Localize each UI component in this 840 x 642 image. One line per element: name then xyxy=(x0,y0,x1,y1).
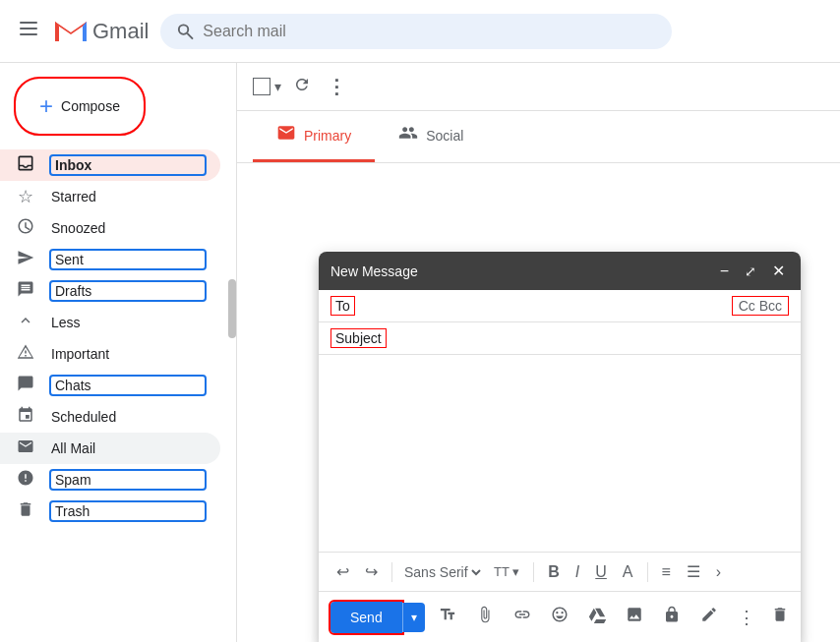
underline-button[interactable]: U xyxy=(589,559,613,585)
chats-icon xyxy=(16,375,35,396)
compose-actions-right: ⋮ xyxy=(732,600,795,634)
sidebar-item-drafts[interactable]: Drafts xyxy=(0,275,220,307)
compose-to-input[interactable] xyxy=(361,298,732,314)
compose-minimize-button[interactable]: − xyxy=(716,261,733,282)
send-button-group: Send ▾ xyxy=(330,602,425,633)
sidebar-item-chats-label: Chats xyxy=(51,377,205,394)
sidebar-item-chats[interactable]: Chats xyxy=(0,370,220,401)
text-color-button[interactable]: A xyxy=(617,559,639,585)
italic-button[interactable]: I xyxy=(570,559,585,585)
sidebar-item-sent-label: Sent xyxy=(51,251,205,268)
format-options-button[interactable] xyxy=(433,600,462,634)
sent-icon xyxy=(16,249,35,270)
formatting-divider-3 xyxy=(647,562,648,582)
sidebar-item-all-mail[interactable]: All Mail xyxy=(0,433,220,464)
svg-line-5 xyxy=(188,32,194,38)
insert-emoji-button[interactable] xyxy=(545,600,574,634)
svg-rect-0 xyxy=(20,22,37,24)
insert-photo-button[interactable] xyxy=(620,600,649,634)
select-checkbox[interactable] xyxy=(253,78,270,95)
sidebar-item-sent[interactable]: Sent xyxy=(0,244,220,275)
font-family-select[interactable]: Sans Serif xyxy=(400,563,484,581)
topbar: Gmail xyxy=(0,0,840,63)
tab-social-label: Social xyxy=(426,128,463,144)
compose-actions-row: Send ▾ ⋮ xyxy=(319,591,801,642)
send-button[interactable]: Send xyxy=(330,602,402,633)
compose-body[interactable] xyxy=(319,355,801,552)
compose-plus-icon: + xyxy=(39,94,53,118)
insert-drive-file-button[interactable] xyxy=(582,600,612,634)
sidebar-item-important[interactable]: Important xyxy=(0,338,220,370)
sidebar-item-spam[interactable]: Spam xyxy=(0,464,220,496)
svg-rect-2 xyxy=(20,33,37,35)
font-size-button[interactable]: TT ▾ xyxy=(488,560,525,583)
sidebar-item-starred-label: Starred xyxy=(51,189,205,204)
select-all-area[interactable]: ▾ xyxy=(253,78,281,95)
sidebar-item-inbox-label: Inbox xyxy=(51,156,205,174)
refresh-button[interactable] xyxy=(289,72,315,102)
tab-primary[interactable]: Primary xyxy=(253,111,375,162)
more-formatting-button[interactable]: › xyxy=(710,559,727,585)
sidebar-item-drafts-label: Drafts xyxy=(51,282,205,300)
primary-tab-icon xyxy=(276,123,296,147)
compose-button[interactable]: + Compose xyxy=(16,79,144,134)
sidebar-scrollbar[interactable] xyxy=(228,63,236,642)
svg-point-4 xyxy=(179,25,188,33)
sidebar-item-important-label: Important xyxy=(51,346,205,362)
compose-cc-bcc-label[interactable]: Cc Bcc xyxy=(732,296,789,316)
tab-primary-label: Primary xyxy=(304,128,351,144)
compose-formatting-toolbar: ↩ ↪ Sans Serif TT ▾ B I U A ≡ ☰ › xyxy=(319,552,801,591)
search-input[interactable] xyxy=(203,23,656,40)
list-button[interactable]: ☰ xyxy=(681,558,706,585)
sidebar-item-all-mail-label: All Mail xyxy=(51,440,205,456)
sidebar-item-starred[interactable]: ☆ Starred xyxy=(0,181,220,212)
compose-header-actions: − ⤢ ✕ xyxy=(716,260,789,282)
compose-subject-input[interactable] xyxy=(394,330,789,346)
compose-maximize-button[interactable]: ⤢ xyxy=(741,262,760,281)
compose-window: New Message − ⤢ ✕ To Cc Bcc Subject ↩ ↪ … xyxy=(319,252,801,642)
insert-signature-button[interactable] xyxy=(694,600,724,634)
undo-button[interactable]: ↩ xyxy=(330,558,355,585)
sidebar-item-spam-label: Spam xyxy=(51,471,205,489)
sidebar-item-less[interactable]: Less xyxy=(0,307,220,338)
formatting-divider-1 xyxy=(391,562,392,582)
sidebar-item-trash[interactable]: Trash xyxy=(0,496,220,527)
align-button[interactable]: ≡ xyxy=(656,559,677,585)
tabs-row: Primary Social xyxy=(237,111,840,163)
attach-file-button[interactable] xyxy=(470,600,500,634)
gmail-logo: Gmail xyxy=(53,18,149,45)
content-toolbar: ▾ ⋮ xyxy=(237,63,840,111)
redo-button[interactable]: ↪ xyxy=(359,558,384,585)
insert-link-button[interactable] xyxy=(508,600,537,634)
social-tab-icon xyxy=(398,123,418,147)
select-dropdown-button[interactable]: ▾ xyxy=(274,79,281,94)
svg-rect-1 xyxy=(20,28,37,29)
formatting-divider-2 xyxy=(533,562,534,582)
logo-gmail-text: Gmail xyxy=(92,19,149,44)
bold-button[interactable]: B xyxy=(542,559,566,585)
search-icon xyxy=(176,22,195,41)
more-options-button[interactable]: ⋮ xyxy=(323,71,350,102)
toggle-confidential-button[interactable] xyxy=(657,600,687,634)
snoozed-icon xyxy=(16,217,35,239)
tab-social[interactable]: Social xyxy=(375,111,487,162)
trash-icon xyxy=(16,500,35,522)
sidebar-item-snoozed-label: Snoozed xyxy=(51,220,205,236)
important-icon xyxy=(16,343,35,365)
compose-close-button[interactable]: ✕ xyxy=(768,260,789,282)
star-icon: ☆ xyxy=(16,186,35,207)
sidebar-item-inbox[interactable]: Inbox xyxy=(0,149,220,181)
compose-window-header: New Message − ⤢ ✕ xyxy=(319,252,801,290)
sidebar-item-snoozed[interactable]: Snoozed xyxy=(0,212,220,244)
hamburger-menu-button[interactable] xyxy=(16,16,41,46)
discard-button[interactable] xyxy=(765,600,795,634)
sidebar-item-scheduled[interactable]: Scheduled xyxy=(0,401,220,433)
more-compose-options-button[interactable]: ⋮ xyxy=(732,600,761,634)
inbox-icon xyxy=(16,153,35,177)
compose-button-label: Compose xyxy=(61,98,120,114)
compose-to-row: To Cc Bcc xyxy=(319,290,801,322)
all-mail-icon xyxy=(16,438,35,459)
scheduled-icon xyxy=(16,406,35,428)
drafts-icon xyxy=(16,280,35,302)
send-options-dropdown-button[interactable]: ▾ xyxy=(402,603,425,632)
